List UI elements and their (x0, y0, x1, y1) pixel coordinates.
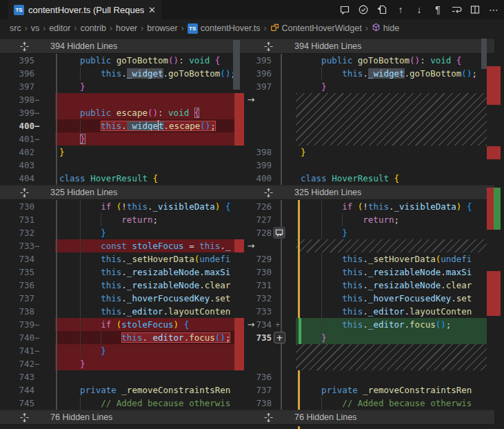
hidden-lines-bar[interactable]: 394 Hidden Lines (244, 39, 494, 54)
code-line[interactable]: 738 // Added because otherwis (244, 397, 504, 410)
comment-thread-icon[interactable] (273, 227, 285, 239)
code-line[interactable]: 399 (244, 159, 504, 172)
line-number[interactable]: 731 (0, 213, 34, 226)
breadcrumb-item-browser[interactable]: browser (147, 23, 177, 33)
breadcrumb-item-hide[interactable]: hide (372, 23, 400, 34)
code-text[interactable] (59, 159, 233, 172)
line-number[interactable]: 737 (244, 383, 272, 397)
code-text[interactable]: } (301, 331, 487, 344)
code-text[interactable]: } (301, 226, 487, 239)
code-line[interactable]: 735+ } (244, 331, 504, 344)
code-text[interactable] (301, 159, 487, 172)
line-number[interactable]: 731 (244, 279, 272, 292)
code-line[interactable]: 737 private _removeConstraintsRen (244, 383, 504, 397)
breadcrumb-item-contenthoverwidget[interactable]: ContentHoverWidget (270, 23, 362, 34)
code-line[interactable]: 399− public escape(): void { (0, 106, 244, 119)
code-line[interactable]: 402} (0, 146, 244, 159)
quick-diff-modified-gutter[interactable] (298, 200, 300, 213)
code-line[interactable]: 398− (0, 93, 244, 106)
code-text[interactable] (301, 370, 487, 383)
line-number[interactable]: 729 (244, 252, 272, 266)
code-line[interactable]: 396 this._widget.goToBottom(); (0, 67, 244, 80)
code-line[interactable]: 736 (244, 370, 504, 383)
code-text[interactable]: this._editor.focus(); (301, 318, 487, 331)
line-number[interactable]: 740 (0, 331, 34, 344)
line-number[interactable]: 739 (0, 318, 34, 331)
code-text[interactable]: this._widget.goToBottom(); (301, 67, 487, 80)
code-text[interactable]: } (59, 344, 233, 357)
code-text[interactable]: this._editor.layoutConten (301, 305, 487, 318)
code-line[interactable]: 395 public goToBottom(): void { (0, 54, 244, 67)
code-line[interactable]: 730 this._resizableNode.maxSi (244, 266, 504, 279)
code-text[interactable]: } (301, 80, 487, 93)
code-line[interactable]: 729 this._setHoverData(undefi (244, 252, 504, 266)
line-number[interactable]: 728 (244, 226, 272, 239)
code-line[interactable]: 398} (244, 146, 504, 159)
add-comment-button[interactable]: + (274, 332, 285, 343)
line-number[interactable]: 400 (244, 172, 272, 185)
line-number[interactable]: 401 (0, 132, 34, 146)
code-text[interactable]: this._resizableNode.maxSi (59, 266, 233, 279)
line-number[interactable]: 727 (244, 213, 272, 226)
line-number[interactable]: 402 (0, 146, 34, 159)
line-number[interactable]: 737 (0, 292, 34, 305)
code-text[interactable]: this._resizableNode.clear (59, 279, 233, 292)
line-number[interactable]: 403 (0, 159, 34, 172)
code-text[interactable]: this._hoverFocusedKey.set (59, 292, 233, 305)
code-text[interactable]: this._resizableNode.maxSi (301, 266, 487, 279)
editor-tab[interactable]: TS contentHover.ts (Pull Request) ✕ (8, 0, 161, 19)
previous-change-icon[interactable]: ↑ (394, 2, 407, 17)
hidden-lines-bar[interactable]: 325 Hidden Lines (0, 185, 244, 200)
code-line[interactable]: 735 this._resizableNode.maxSi (0, 266, 244, 279)
code-text[interactable]: } (59, 357, 233, 370)
line-number[interactable]: 733 (244, 305, 272, 318)
scrollbar-slider[interactable] (481, 39, 487, 69)
unfold-icon[interactable] (19, 188, 30, 198)
open-changes-icon[interactable] (375, 2, 389, 17)
code-text[interactable]: this._setHoverData(undefi (59, 252, 233, 266)
code-line[interactable]: 732 } (0, 226, 244, 239)
code-line[interactable]: 737 this._hoverFocusedKey.set (0, 292, 244, 305)
code-line[interactable]: 728 } (244, 226, 504, 239)
line-number[interactable]: 398 (244, 146, 272, 159)
code-line[interactable]: 731 this._resizableNode.clear (244, 279, 504, 292)
code-text[interactable]: this._resizableNode.clear (301, 279, 487, 292)
code-line[interactable]: 397 } (0, 80, 244, 93)
code-line[interactable]: 403 (0, 159, 244, 172)
line-number[interactable]: 398 (0, 93, 34, 106)
code-line[interactable]: 744 private _removeConstraintsRen (0, 383, 244, 397)
quick-diff-modified-gutter[interactable] (298, 370, 300, 383)
code-line[interactable]: 732 this._hoverFocusedKey.set (244, 292, 504, 305)
code-text[interactable]: public goToBottom(): void { (59, 54, 233, 67)
code-line[interactable]: 734 this._setHoverData(undefi (0, 252, 244, 266)
code-text[interactable]: this._editor.focus(); (59, 331, 233, 344)
quick-diff-modified-gutter[interactable] (298, 213, 300, 226)
line-number[interactable]: 742 (0, 357, 34, 370)
code-text[interactable]: } (59, 132, 233, 146)
line-number[interactable]: 726 (244, 200, 272, 213)
code-text[interactable]: this._widget.goToBottom(); (59, 67, 233, 80)
breadcrumb-item-src[interactable]: src (10, 23, 21, 33)
code-line[interactable]: 736 this._resizableNode.clear (0, 279, 244, 292)
code-line[interactable]: 738 this._editor.layoutConten (0, 305, 244, 318)
code-text[interactable]: } (59, 80, 233, 93)
code-text[interactable]: return; (301, 213, 487, 226)
code-line[interactable]: 395 public goToBottom(): void { (244, 54, 504, 67)
quick-diff-modified-gutter[interactable] (298, 266, 300, 279)
close-icon[interactable]: ✕ (148, 6, 156, 14)
code-line[interactable]: 404class HoverResult { (0, 172, 244, 185)
code-text[interactable] (59, 370, 233, 383)
breadcrumb-item-contenthover-ts[interactable]: TScontentHover.ts (188, 23, 261, 34)
line-number[interactable]: 399 (244, 159, 272, 172)
word-wrap-icon[interactable] (450, 2, 463, 17)
code-text[interactable]: this._widget.escape(); (59, 119, 233, 132)
line-number[interactable]: 735 (244, 331, 272, 344)
line-number[interactable]: 732 (244, 292, 272, 305)
line-number[interactable]: 397 (0, 80, 34, 93)
code-text[interactable]: if (stoleFocus) { (59, 318, 233, 331)
code-line[interactable]: 742− } (0, 357, 244, 370)
unfold-icon[interactable] (263, 188, 274, 198)
code-line[interactable]: 396 this._widget.goToBottom(); (244, 67, 504, 80)
quick-diff-modified-gutter[interactable] (298, 292, 300, 305)
code-text[interactable] (59, 93, 233, 106)
